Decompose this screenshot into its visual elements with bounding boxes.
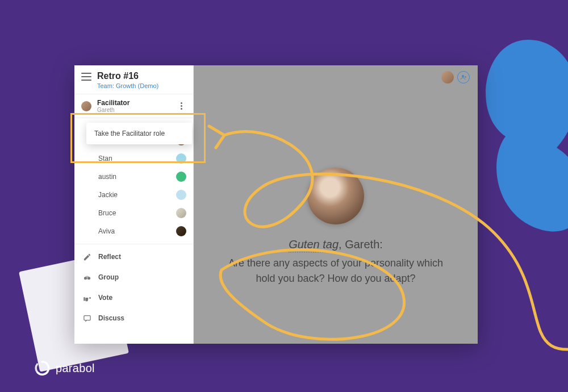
team-item[interactable]: Stan [74,149,193,168]
phase-list: Reflect Group Vote Discuss [74,244,193,331]
phase-reflect[interactable]: Reflect [74,247,193,267]
phase-label: Vote [98,294,112,302]
add-user-button[interactable] [457,71,470,84]
team-link[interactable]: Team: Growth (Demo) [97,82,158,89]
greeting-name: Gareth [345,238,379,251]
facilitator-row[interactable]: Facilitator Gareth [74,94,193,118]
group-icon [82,273,91,282]
participant-avatar [307,168,364,224]
team-item-label: Aviva [98,227,115,235]
svg-rect-3 [83,315,90,320]
brand-name: parabol [56,362,95,375]
team-item[interactable]: Aviva [74,222,193,240]
avatar [176,153,186,164]
main-panel: Guten tag, Gareth: Are there any aspects… [194,65,478,344]
team-item-label: Jackie [98,191,118,199]
team-item[interactable]: Bruce [74,204,193,222]
svg-point-1 [83,277,86,280]
vote-icon [82,293,91,302]
team-item-label: Bruce [98,209,116,217]
avatar [176,190,186,200]
phase-label: Reflect [98,253,121,261]
prompt-text: Are there any aspects of your personalit… [222,256,449,286]
svg-point-2 [87,277,90,280]
greeting-line: Guten tag, Gareth: [194,238,478,251]
team-item-label: austin [98,173,116,181]
app-window: Retro #16 Team: Growth (Demo) Facilitato… [74,65,478,344]
svg-point-4 [462,75,464,77]
edit-icon [82,252,91,261]
meeting-title: Retro #16 [97,71,158,81]
avatar [176,172,186,182]
phase-vote[interactable]: Vote [74,287,193,308]
greeting-phrase: Guten tag [289,238,339,253]
phase-group[interactable]: Group [74,267,193,287]
discuss-icon [82,314,91,323]
avatar [176,226,186,236]
sidebar-header: Retro #16 Team: Growth (Demo) [74,65,193,94]
topbar [441,71,470,84]
phase-discuss[interactable]: Discuss [74,308,193,328]
avatar [176,208,186,218]
facilitator-name: Gareth [97,107,176,113]
sidebar: Retro #16 Team: Growth (Demo) Facilitato… [74,65,194,344]
kebab-icon[interactable] [176,101,186,111]
brand-logo: parabol [34,360,95,376]
user-avatar[interactable] [441,71,454,84]
facilitator-avatar [81,101,91,111]
user-plus-icon [460,74,467,81]
take-facilitator-label: Take the Facilitator role [94,130,165,137]
parabol-icon [34,360,50,376]
phase-label: Group [98,273,119,281]
team-item[interactable]: Jackie [74,186,193,204]
phase-label: Discuss [98,314,124,322]
facilitator-label: Facilitator [97,99,176,107]
prompt-center: Guten tag, Gareth: Are there any aspects… [194,168,478,286]
hamburger-icon[interactable] [81,73,91,81]
facilitator-menu-item[interactable]: Take the Facilitator role [86,123,192,144]
team-item[interactable]: austin [74,168,193,186]
team-item-label: Stan [98,155,112,162]
